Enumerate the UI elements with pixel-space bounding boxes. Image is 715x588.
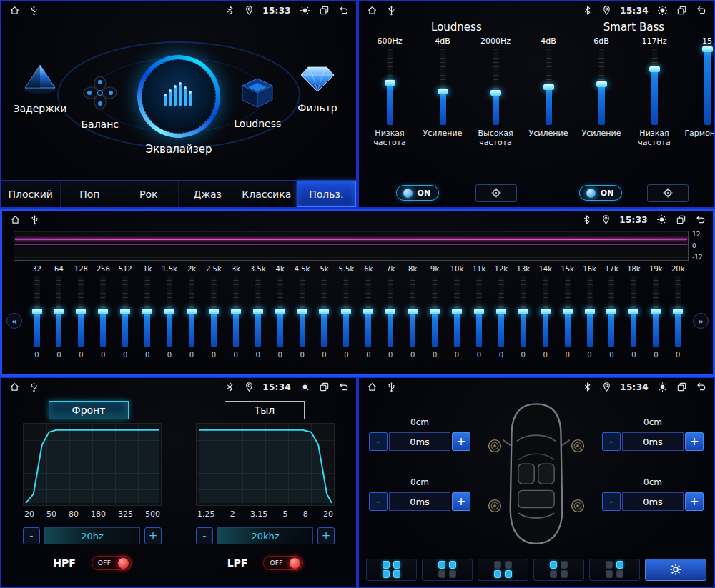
recents-icon[interactable] (676, 382, 687, 393)
seat-config-button[interactable] (366, 559, 417, 581)
vertical-slider[interactable] (546, 49, 552, 125)
slider-handle[interactable] (385, 80, 395, 86)
eq-band-slider[interactable] (365, 276, 371, 347)
eq-band-slider[interactable] (78, 276, 84, 347)
back-icon[interactable] (695, 382, 706, 393)
smart-bass-on-toggle[interactable]: ON (579, 185, 622, 201)
eq-band-slider[interactable] (521, 276, 526, 347)
eq-band-slider[interactable] (56, 276, 61, 347)
brightness-icon[interactable] (656, 382, 668, 393)
back-icon[interactable] (695, 5, 706, 16)
tab-rear[interactable]: Тыл (225, 401, 305, 419)
seat-config-button[interactable] (478, 559, 528, 581)
recents-icon[interactable] (676, 5, 687, 16)
lpf-toggle[interactable]: OFF (263, 556, 303, 570)
slider-handle[interactable] (32, 309, 42, 314)
slider-handle[interactable] (673, 309, 683, 314)
eq-next-button[interactable]: » (693, 313, 709, 329)
eq-band-slider[interactable] (432, 276, 438, 347)
eq-band-slider[interactable] (476, 276, 482, 347)
vertical-slider[interactable] (387, 49, 393, 125)
slider-handle[interactable] (585, 309, 595, 314)
eq-band-slider[interactable] (565, 276, 571, 347)
slider-handle[interactable] (596, 81, 607, 87)
slider-handle[interactable] (142, 309, 152, 314)
eq-band-slider[interactable] (587, 276, 593, 347)
eq-band-slider[interactable] (343, 276, 349, 347)
slider-handle[interactable] (76, 309, 86, 314)
vertical-slider[interactable] (651, 49, 658, 125)
slider-handle[interactable] (606, 309, 616, 314)
brightness-icon[interactable] (656, 214, 667, 226)
vertical-slider[interactable] (704, 49, 711, 125)
hpf-minus-button[interactable]: - (23, 527, 40, 544)
eq-band-slider[interactable] (255, 276, 261, 347)
brightness-icon[interactable] (299, 5, 310, 16)
tab-front[interactable]: Фронт (49, 401, 129, 419)
eq-band-slider[interactable] (653, 276, 659, 347)
eq-band-slider[interactable] (543, 276, 548, 347)
slider-handle[interactable] (231, 309, 241, 314)
slider-handle[interactable] (702, 46, 713, 52)
eq-band-slider[interactable] (144, 276, 150, 347)
hpf-frequency-slider[interactable]: 20hz (44, 527, 140, 544)
slider-handle[interactable] (363, 309, 373, 314)
vertical-slider[interactable] (598, 49, 605, 125)
slider-handle[interactable] (518, 309, 528, 314)
slider-handle[interactable] (275, 309, 285, 314)
delay-plus-button[interactable]: + (452, 492, 470, 511)
menu-item-delays[interactable]: Задержки (10, 62, 70, 114)
back-icon[interactable] (337, 382, 349, 393)
eq-band-slider[interactable] (631, 276, 636, 347)
eq-band-slider[interactable] (608, 276, 614, 347)
menu-item-equalizer[interactable]: Эквалайзер (130, 55, 228, 156)
eq-band-slider[interactable] (675, 276, 681, 347)
menu-item-balance[interactable]: Баланс (70, 75, 130, 130)
eq-band-slider[interactable] (233, 276, 239, 347)
slider-handle[interactable] (438, 89, 448, 94)
slider-handle[interactable] (120, 309, 130, 314)
preset-tab[interactable]: Польз. (297, 181, 357, 207)
eq-band-slider[interactable] (122, 276, 128, 347)
back-icon[interactable] (694, 214, 706, 226)
home-icon[interactable] (9, 5, 20, 16)
delay-plus-button[interactable]: + (685, 432, 704, 451)
seat-config-button[interactable] (422, 559, 473, 581)
delay-minus-button[interactable]: - (369, 432, 388, 451)
vertical-slider[interactable] (440, 49, 446, 125)
smart-bass-reset-button[interactable] (647, 184, 689, 202)
eq-band-slider[interactable] (277, 276, 283, 347)
slider-handle[interactable] (474, 309, 484, 314)
eq-band-slider[interactable] (300, 276, 305, 347)
slider-handle[interactable] (563, 309, 573, 314)
eq-prev-button[interactable]: « (6, 313, 22, 329)
eq-band-slider[interactable] (454, 276, 460, 347)
slider-handle[interactable] (452, 309, 462, 314)
delay-minus-button[interactable]: - (602, 432, 621, 451)
brightness-icon[interactable] (299, 382, 310, 393)
menu-item-filter[interactable]: Фильтр (287, 63, 347, 114)
lpf-plus-button[interactable]: + (317, 527, 335, 544)
slider-handle[interactable] (490, 90, 501, 96)
home-icon[interactable] (9, 382, 20, 393)
slider-handle[interactable] (496, 309, 506, 314)
slider-handle[interactable] (319, 309, 329, 314)
delay-plus-button[interactable]: + (452, 432, 470, 451)
recents-icon[interactable] (675, 214, 686, 226)
slider-handle[interactable] (385, 309, 395, 314)
slider-handle[interactable] (649, 66, 660, 72)
slider-handle[interactable] (297, 309, 307, 314)
seat-config-button[interactable] (533, 559, 584, 581)
eq-band-slider[interactable] (189, 276, 194, 347)
delay-minus-button[interactable]: - (602, 492, 621, 511)
seat-config-button[interactable] (589, 559, 640, 581)
lpf-minus-button[interactable]: - (196, 527, 213, 544)
slider-handle[interactable] (164, 309, 174, 314)
loudness-on-toggle[interactable]: ON (396, 185, 439, 201)
slider-handle[interactable] (651, 309, 661, 314)
slider-handle[interactable] (187, 309, 197, 314)
preset-tab[interactable]: Джаз (179, 181, 238, 207)
eq-band-slider[interactable] (388, 276, 393, 347)
hpf-plus-button[interactable]: + (144, 527, 162, 544)
slider-handle[interactable] (341, 309, 351, 314)
